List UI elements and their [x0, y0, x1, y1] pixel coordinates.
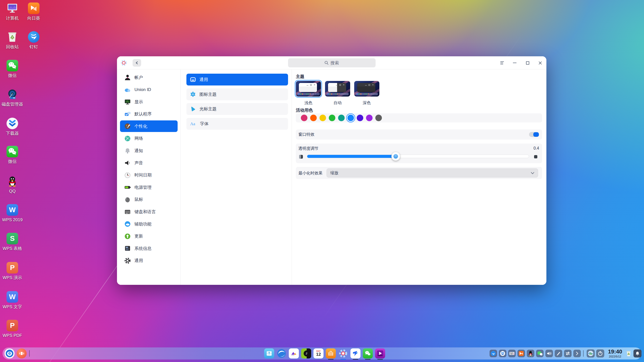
tray-input-method-icon[interactable]	[508, 350, 516, 357]
tray-trash-icon[interactable]	[625, 350, 632, 358]
dock-calendar-icon[interactable]: MAY 12	[313, 348, 324, 358]
tray-dingtalk-icon[interactable]	[490, 350, 497, 357]
tray-wechat-icon[interactable]	[536, 350, 544, 357]
tray-volume-icon[interactable]	[545, 350, 553, 357]
desktop-icon-label: QQ	[0, 189, 24, 194]
minimize-effect-dropdown[interactable]: 缩放	[327, 168, 538, 177]
slider-thumb[interactable]	[391, 152, 400, 161]
window-effect-toggle[interactable]	[529, 132, 539, 137]
accent-swatch-gray[interactable]	[375, 115, 382, 121]
dock-music-icon[interactable]: ♪	[301, 348, 311, 358]
taskbar-divider	[29, 350, 30, 357]
tray-expand-chevron-icon[interactable]	[573, 350, 581, 357]
launcher-button[interactable]	[5, 348, 15, 358]
sidebar-item-general[interactable]: 通用	[120, 255, 178, 266]
accent-swatch-yellow[interactable]	[319, 115, 326, 121]
sidebar-item-system-info[interactable]: UOS 系统信息	[120, 243, 178, 254]
tray-screenshot-icon[interactable]	[555, 350, 562, 357]
desktop-icon-recycle-bin[interactable]: 回收站	[0, 31, 24, 50]
tray-downloader-icon[interactable]	[499, 350, 506, 357]
desktop-icon-wechat[interactable]: 微信	[0, 60, 24, 78]
sidebar-item-label: 电源管理	[135, 185, 152, 190]
desktop-icon-disk-manager[interactable]: 磁盘管理器	[0, 88, 24, 107]
dock-wechat-icon[interactable]	[363, 348, 373, 358]
search-input[interactable]: 搜索	[288, 58, 376, 67]
desktop-icon-sunflower[interactable]: 向日葵	[22, 3, 46, 21]
window-titlebar: 搜索	[117, 56, 546, 69]
dock-file-manager-icon[interactable]	[264, 348, 274, 358]
tray-power-icon[interactable]	[596, 349, 604, 357]
tray-network-switch-icon[interactable]	[564, 350, 572, 357]
dock-video-player-icon[interactable]	[375, 348, 385, 358]
minimize-button[interactable]	[509, 57, 520, 69]
desktop-icon-wps-sheets[interactable]: S WPS 表格	[0, 233, 24, 251]
wps-presentation-icon: P	[7, 262, 18, 274]
accent-swatch-purple[interactable]	[366, 115, 373, 121]
accent-swatch-indigo[interactable]	[357, 115, 363, 121]
subnav-item-cursor-theme[interactable]: 光标主题	[186, 103, 288, 115]
sidebar-item-sound[interactable]: 声音	[120, 157, 178, 169]
search-icon	[325, 61, 329, 65]
tray-qq-icon[interactable]	[527, 350, 534, 357]
sidebar-item-network[interactable]: 网络	[120, 133, 178, 144]
dock-t-app-icon[interactable]	[350, 348, 360, 358]
maximize-button[interactable]	[522, 57, 533, 69]
desktop-icon-wps-pdf[interactable]: P WPS PDF	[0, 320, 24, 338]
sidebar-item-default-apps[interactable]: 默认程序	[120, 108, 178, 120]
accent-swatch-crimson[interactable]	[301, 115, 307, 121]
desktop-icon-wps-2019[interactable]: W WPS 2019	[0, 204, 24, 222]
accent-swatch-green[interactable]	[329, 115, 335, 121]
tray-system-monitor-icon[interactable]	[587, 349, 595, 357]
taskbar-clock[interactable]: 19:40 2022/5/12	[606, 349, 624, 358]
theme-option-light[interactable]: ×	[296, 81, 321, 97]
tray-notification-bell-icon[interactable]	[633, 349, 641, 357]
minimize-effect-label: 最小化时效果	[298, 171, 323, 176]
close-button[interactable]	[535, 57, 546, 69]
desktop-icon-label: WPS PDF	[0, 333, 24, 338]
desktop-icon-downloader[interactable]: 下载器	[0, 118, 24, 136]
maximize-icon	[526, 61, 529, 65]
theme-option-auto[interactable]: ×	[325, 81, 350, 97]
desktop-icon-wps-presentation[interactable]: P WPS 演示	[0, 262, 24, 280]
multitasking-icon	[19, 352, 24, 355]
sidebar-item-mouse[interactable]: 鼠标	[120, 194, 178, 205]
accent-swatch-teal[interactable]	[338, 115, 345, 121]
desktop-icon-qq[interactable]: QQ	[0, 175, 24, 194]
sidebar-item-keyboard-language[interactable]: 键盘和语言	[120, 206, 178, 218]
theme-label-dark: 深色	[354, 100, 379, 106]
sidebar-item-label: 帐户	[135, 75, 143, 80]
sidebar-item-datetime[interactable]: 时间日期	[120, 169, 178, 181]
wps-pdf-icon: P	[7, 320, 18, 331]
menu-button[interactable]	[497, 57, 508, 69]
sidebar-item-power[interactable]: 电源管理	[120, 182, 178, 193]
back-button[interactable]	[133, 59, 141, 67]
desktop-icon-wps-writer[interactable]: W WPS 文字	[0, 291, 24, 309]
sidebar-item-label: Union ID	[135, 87, 151, 92]
sidebar-item-display[interactable]: 显示	[120, 96, 178, 108]
sidebar-item-notification[interactable]: 通知	[120, 145, 178, 157]
subnav-item-label: 字体	[200, 121, 209, 127]
subnav-item-icon-theme[interactable]: 图标主题	[186, 88, 288, 100]
theme-option-dark[interactable]: ×	[354, 81, 379, 97]
dock-control-center-icon[interactable]	[338, 348, 348, 358]
desktop-icon-dingtalk[interactable]: 钉钉	[22, 31, 46, 50]
theme-section-title: 主题	[296, 74, 304, 79]
multitasking-view-button[interactable]	[17, 348, 27, 358]
subnav-item-font[interactable]: Aa 字体	[186, 118, 288, 130]
dock-browser-icon[interactable]	[276, 348, 287, 358]
transparency-slider[interactable]	[307, 155, 529, 158]
sidebar-item-union-id[interactable]: Union ID	[120, 84, 178, 96]
sidebar-item-personalization[interactable]: 个性化	[120, 120, 178, 132]
accent-swatch-orange[interactable]	[310, 115, 317, 121]
desktop-icon-computer[interactable]: 计算机	[0, 3, 24, 21]
accent-swatch-blue-selected[interactable]	[347, 115, 354, 121]
font-icon: Aa	[190, 121, 196, 127]
sidebar-item-accessibility[interactable]: 辅助功能	[120, 218, 178, 230]
subnav-item-general[interactable]: 通用	[186, 74, 288, 85]
dock-photos-icon[interactable]	[289, 348, 299, 358]
sidebar-item-account[interactable]: 帐户	[120, 72, 178, 83]
dock-app-store-icon[interactable]	[326, 348, 336, 358]
sidebar-item-update[interactable]: 更新	[120, 231, 178, 242]
desktop-icon-wechat-2[interactable]: 微信	[0, 146, 24, 164]
tray-sunflower-icon[interactable]	[517, 350, 525, 357]
